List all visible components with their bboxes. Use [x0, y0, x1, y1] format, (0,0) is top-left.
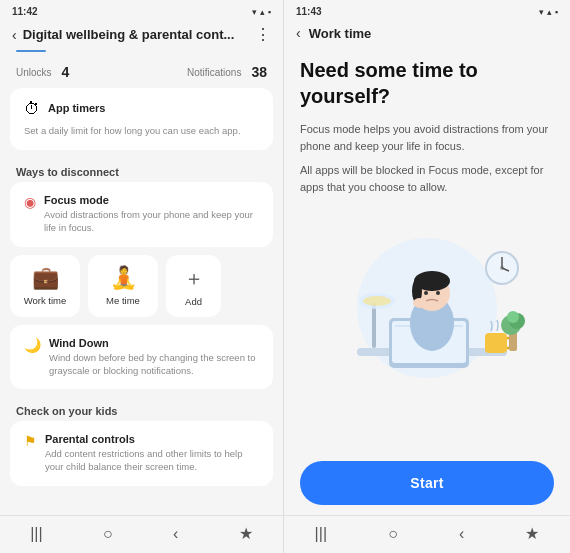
svg-point-7 [363, 296, 391, 306]
left-header-title: Digital wellbeing & parental cont... [23, 27, 235, 42]
right-back-button[interactable]: ‹ [296, 25, 301, 41]
focus-mode-title: Focus mode [44, 194, 259, 206]
desc-text-1: Focus mode helps you avoid distractions … [300, 121, 554, 154]
left-status-bar: 11:42 ▾ ▴ ▪ [0, 0, 283, 21]
nav-recent-icon[interactable]: ||| [30, 525, 42, 543]
unlocks-stat: Unlocks 4 [16, 64, 69, 80]
add-label: Add [185, 296, 202, 307]
right-nav-home-icon[interactable]: ○ [388, 525, 398, 543]
add-icon: ＋ [184, 265, 204, 292]
wind-down-card[interactable]: 🌙 Wind Down Wind down before bed by chan… [10, 325, 273, 390]
main-big-title: Need some time to yourself? [300, 57, 554, 109]
right-nav-recent-icon[interactable]: ||| [315, 525, 327, 543]
nav-bookmark-icon[interactable]: ★ [239, 524, 253, 543]
me-time-label: Me time [106, 295, 140, 306]
right-status-bar: 11:43 ▾ ▴ ▪ [284, 0, 570, 21]
wifi-icon: ▴ [260, 7, 265, 17]
nav-home-icon[interactable]: ○ [103, 525, 113, 543]
right-wifi-icon: ▴ [547, 7, 552, 17]
notifications-value: 38 [251, 64, 267, 80]
focus-mode-icon: ◉ [24, 194, 36, 210]
unlocks-label: Unlocks [16, 67, 52, 78]
app-timers-title: App timers [48, 102, 105, 114]
accent-line [16, 50, 46, 52]
left-header: ‹ Digital wellbeing & parental cont... ⋮ [0, 21, 283, 50]
svg-rect-5 [372, 303, 376, 348]
kids-section-label: Check on your kids [0, 397, 283, 421]
svg-rect-15 [485, 333, 507, 353]
back-button[interactable]: ‹ [12, 27, 17, 43]
right-nav-bookmark-icon[interactable]: ★ [525, 524, 539, 543]
left-bottom-nav: ||| ○ ‹ ★ [0, 515, 283, 553]
right-time: 11:43 [296, 6, 322, 17]
right-main-content: Need some time to yourself? Focus mode h… [284, 47, 570, 451]
me-time-button[interactable]: 🧘 Me time [88, 255, 158, 317]
nav-back-icon[interactable]: ‹ [173, 525, 178, 543]
wind-down-icon: 🌙 [24, 337, 41, 353]
app-timers-card[interactable]: ⏱ App timers Set a daily limit for how l… [10, 88, 273, 150]
app-timers-sub: Set a daily limit for how long you can u… [24, 125, 241, 136]
add-mode-button[interactable]: ＋ Add [166, 255, 221, 317]
signal-icon: ▾ [252, 7, 257, 17]
illustration-svg [317, 213, 537, 383]
me-time-icon: 🧘 [110, 265, 137, 291]
right-bottom-area: Start [284, 451, 570, 515]
wind-down-sub: Wind down before bed by changing the scr… [49, 351, 259, 378]
mode-buttons-row: 💼 Work time 🧘 Me time ＋ Add [0, 255, 283, 317]
right-phone-panel: 11:43 ▾ ▴ ▪ ‹ Work time Need some time t… [284, 0, 570, 553]
work-time-button[interactable]: 💼 Work time [10, 255, 80, 317]
notifications-label: Notifications [187, 67, 241, 78]
battery-icon: ▪ [268, 7, 271, 17]
stats-row: Unlocks 4 Notifications 38 [0, 58, 283, 88]
svg-point-14 [413, 298, 427, 308]
work-time-icon: 💼 [32, 265, 59, 291]
notifications-stat: Notifications 38 [187, 64, 267, 80]
desc-text-2: All apps will be blocked in Focus mode, … [300, 162, 554, 195]
parental-controls-card[interactable]: ⚑ Parental controls Add content restrict… [10, 421, 273, 486]
unlocks-value: 4 [62, 64, 70, 80]
wind-down-title: Wind Down [49, 337, 259, 349]
start-button[interactable]: Start [300, 461, 554, 505]
right-signal-icon: ▾ [539, 7, 544, 17]
right-status-icons: ▾ ▴ ▪ [539, 7, 558, 17]
app-timers-icon: ⏱ [24, 100, 40, 118]
parental-controls-title: Parental controls [45, 433, 259, 445]
svg-point-12 [424, 291, 428, 295]
right-battery-icon: ▪ [555, 7, 558, 17]
focus-mode-card[interactable]: ◉ Focus mode Avoid distractions from you… [10, 182, 273, 247]
left-scroll-area: Unlocks 4 Notifications 38 ⏱ App timers … [0, 58, 283, 515]
left-status-icons: ▾ ▴ ▪ [252, 7, 271, 17]
svg-point-13 [436, 291, 440, 295]
right-header: ‹ Work time [284, 21, 570, 47]
focus-mode-sub: Avoid distractions from your phone and k… [44, 208, 259, 235]
right-header-title: Work time [309, 26, 372, 41]
disconnect-section-label: Ways to disconnect [0, 158, 283, 182]
svg-point-19 [507, 311, 519, 323]
right-nav-back-icon[interactable]: ‹ [459, 525, 464, 543]
more-options-icon[interactable]: ⋮ [255, 25, 271, 44]
right-bottom-nav: ||| ○ ‹ ★ [284, 515, 570, 553]
work-time-label: Work time [24, 295, 67, 306]
parental-controls-sub: Add content restrictions and other limit… [45, 447, 259, 474]
parental-controls-icon: ⚑ [24, 433, 37, 449]
left-time: 11:42 [12, 6, 38, 17]
left-phone-panel: 11:42 ▾ ▴ ▪ ‹ Digital wellbeing & parent… [0, 0, 284, 553]
illustration-area [300, 203, 554, 383]
